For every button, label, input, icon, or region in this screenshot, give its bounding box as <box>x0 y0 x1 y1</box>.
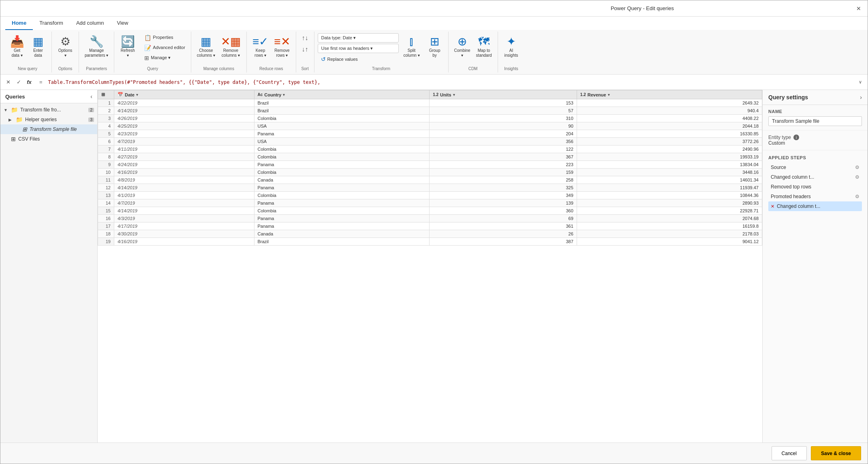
row-revenue-cell: 16330.85 <box>577 130 762 138</box>
manage-button[interactable]: ⊞ Manage ▾ <box>142 53 188 62</box>
choose-columns-button[interactable]: ▦ Choosecolumns ▾ <box>195 33 218 60</box>
cdm-buttons: ⊕ Combine▾ 🗺 Map tostandard <box>452 33 494 71</box>
sort-asc-button[interactable]: ↑↓ <box>299 33 311 43</box>
replace-values-button[interactable]: ↺ Replace values <box>318 54 399 64</box>
formula-fx-button[interactable]: fx <box>25 78 34 87</box>
row-units-cell: 159 <box>430 169 577 176</box>
tab-view[interactable]: View <box>111 17 135 30</box>
table-row: 11 4/8/2019 Canada 258 14601.34 <box>98 176 762 184</box>
sidebar-collapse-button[interactable]: ‹ <box>90 93 92 100</box>
revenue-col-label: Revenue <box>588 92 606 97</box>
save-close-button[interactable]: Save & close <box>811 446 861 460</box>
ai-insights-button[interactable]: ✦ AIinsights <box>501 33 522 60</box>
country-col-dropdown[interactable]: ▾ <box>283 93 285 97</box>
tab-add-column[interactable]: Add column <box>70 17 111 30</box>
manage-icon: ⊞ <box>144 55 149 61</box>
row-units-cell: 325 <box>430 184 577 192</box>
qs-entity-row: Entity type i <box>768 135 862 140</box>
replace-values-icon: ↺ <box>321 56 326 62</box>
data-table-container[interactable]: ⊞ 📅 Date ▾ Ac <box>98 90 762 443</box>
units-col-dropdown[interactable]: ▾ <box>453 93 455 97</box>
qs-name-input[interactable] <box>768 116 862 126</box>
date-col-dropdown[interactable]: ▾ <box>136 93 138 97</box>
col-header-units[interactable]: 1.2 Units ▾ <box>430 90 577 99</box>
step-gear-icon[interactable]: ⚙ <box>855 174 859 180</box>
step-item[interactable]: Removed top rows <box>768 182 862 192</box>
sort-buttons: ↑↓ ↓↑ <box>299 33 311 71</box>
options-label-group: Options <box>52 66 79 71</box>
group-by-button[interactable]: ⊞ Groupby <box>425 33 445 71</box>
properties-label: Properties <box>153 35 173 40</box>
remove-columns-icon: ✕▦ <box>221 35 241 48</box>
revenue-col-dropdown[interactable]: ▾ <box>608 93 610 97</box>
step-item[interactable]: Promoted headers⚙ <box>768 192 862 201</box>
split-column-button[interactable]: ⫿ Splitcolumn ▾ <box>401 33 422 71</box>
table-selector-icon[interactable]: ⊞ <box>101 92 105 97</box>
step-delete-icon[interactable]: ✕ <box>771 204 774 209</box>
row-units-cell: 153 <box>430 99 577 107</box>
step-item[interactable]: Changed column t...⚙ <box>768 172 862 182</box>
remove-rows-button[interactable]: ≡✕ Removerows ▾ <box>272 33 292 60</box>
enter-data-button[interactable]: ▦ Enterdata <box>28 33 48 60</box>
qs-expand-button[interactable]: › <box>860 94 862 100</box>
formula-confirm-button[interactable]: ✓ <box>14 78 23 87</box>
step-label: Changed column t... <box>777 203 820 209</box>
close-button[interactable]: ✕ <box>855 4 863 13</box>
sidebar-item-transform-file[interactable]: ▼ 📁 Transform file fro... 2 <box>0 105 97 115</box>
ribbon-tabs: Home Transform Add column View <box>0 17 868 30</box>
tab-transform[interactable]: Transform <box>33 17 70 30</box>
col-header-revenue[interactable]: 1.2 Revenue ▾ <box>577 90 762 99</box>
advanced-editor-label: Advanced editor <box>153 45 185 50</box>
step-item[interactable]: ✕Changed column t... <box>768 201 862 211</box>
step-gear-icon[interactable]: ⚙ <box>855 194 859 199</box>
row-date-cell: 4/27/2019 <box>114 153 254 161</box>
row-units-cell: 57 <box>430 107 577 115</box>
qs-info-icon[interactable]: i <box>793 135 799 140</box>
step-gear-icon[interactable]: ⚙ <box>855 165 859 170</box>
cancel-button[interactable]: Cancel <box>772 446 807 460</box>
col-header-date[interactable]: 📅 Date ▾ <box>114 90 254 99</box>
step-item[interactable]: Source⚙ <box>768 163 862 172</box>
get-data-button[interactable]: 📥 Getdata ▾ <box>7 33 27 60</box>
formula-expand-button[interactable]: ∨ <box>856 79 864 86</box>
row-country-cell: Colombia <box>254 115 430 122</box>
remove-rows-label: Removerows ▾ <box>274 48 289 58</box>
options-button[interactable]: ⚙ Options▾ <box>55 33 75 60</box>
remove-columns-button[interactable]: ✕▦ Removecolumns ▾ <box>218 33 243 60</box>
tab-home[interactable]: Home <box>5 17 33 30</box>
formula-input[interactable]: Table.TransformColumnTypes(#"Promoted he… <box>48 79 853 85</box>
row-date-cell: 4/16/2019 <box>114 238 254 246</box>
use-first-row-button[interactable]: Use first row as headers ▾ <box>318 44 399 53</box>
manage-parameters-button[interactable]: 🔧 Manageparameters ▾ <box>82 33 111 60</box>
row-country-cell: Panama <box>254 199 430 207</box>
data-type-button[interactable]: Data type: Date ▾ <box>318 33 399 43</box>
qs-entity-value: Custom <box>768 140 862 146</box>
map-to-standard-button[interactable]: 🗺 Map tostandard <box>474 33 494 60</box>
sort-desc-button[interactable]: ↓↑ <box>299 45 311 54</box>
combine-button[interactable]: ⊕ Combine▾ <box>452 33 473 60</box>
country-col-label: Country <box>264 92 281 97</box>
row-date-cell: 4/23/2019 <box>114 130 254 138</box>
sidebar-item-transform-sample[interactable]: ⊞ Transform Sample file <box>0 124 97 134</box>
sidebar-title: Queries <box>5 94 25 100</box>
row-units-cell: 367 <box>430 153 577 161</box>
row-num-cell: 7 <box>98 145 114 153</box>
insights-label: Insights <box>498 66 525 71</box>
table-row: 9 4/24/2019 Panama 223 13834.04 <box>98 161 762 169</box>
row-date-cell: 4/30/2019 <box>114 230 254 238</box>
advanced-editor-button[interactable]: 📝 Advanced editor <box>142 43 188 52</box>
properties-button[interactable]: 📋 Properties <box>142 33 188 42</box>
step-label: Promoted headers <box>771 194 811 199</box>
col-header-country[interactable]: Ac Country ▾ <box>254 90 430 99</box>
refresh-button[interactable]: 🔄 Refresh▾ <box>118 33 138 60</box>
folder-icon-transform-file: 📁 <box>11 107 18 113</box>
keep-rows-button[interactable]: ≡✓ Keeprows ▾ <box>250 33 271 60</box>
qs-entity-type-label: Entity type <box>768 135 791 140</box>
ribbon: 📥 Getdata ▾ ▦ Enterdata New query ⚙ Opti… <box>0 30 868 75</box>
formula-cancel-button[interactable]: ✕ <box>4 78 13 87</box>
row-revenue-cell: 22928.71 <box>577 207 762 215</box>
revenue-type-icon: 1.2 <box>580 92 586 97</box>
sidebar-item-helper-queries[interactable]: ▶ 📁 Helper queries 3 <box>0 115 97 124</box>
sidebar-item-csv-files[interactable]: ⊞ CSV Files <box>0 134 97 144</box>
options-buttons: ⚙ Options▾ <box>55 33 75 71</box>
